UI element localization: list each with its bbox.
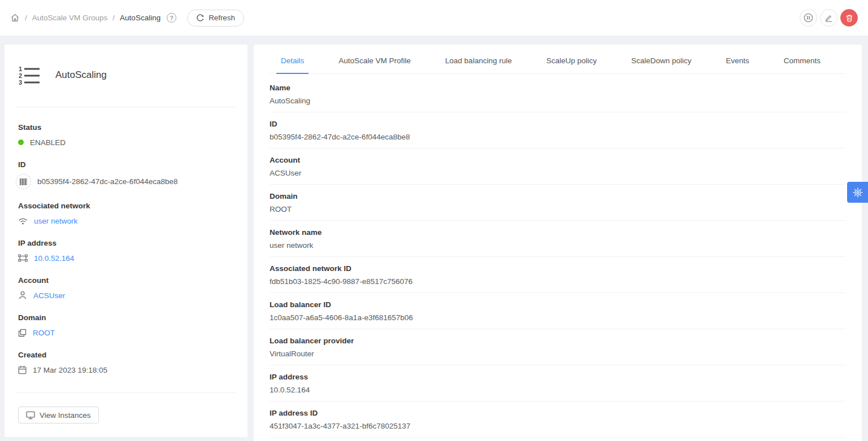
breadcrumb-current: AutoScaling: [120, 14, 160, 22]
calendar-icon: [18, 365, 27, 374]
top-bar: / AutoScale VM Groups / AutoScaling ? Re…: [0, 0, 868, 36]
field-label: IP address: [18, 239, 234, 247]
detail-value: b05395f4-2862-47dc-a2ce-6f044eca8be8: [270, 133, 846, 141]
detail-label: IP address ID: [270, 409, 846, 417]
breadcrumb: / AutoScale VM Groups / AutoScaling ? Re…: [10, 10, 244, 27]
id-value: b05395f4-2862-47dc-a2ce-6f044eca8be8: [37, 177, 177, 186]
gear-icon: [853, 187, 863, 198]
account-link[interactable]: ACSUser: [33, 291, 65, 300]
detail-row-load-balancer-id: Load balancer ID 1c0aa507-a6a5-4606-8a1a…: [270, 293, 846, 329]
detail-label: Name: [270, 84, 846, 92]
detail-row-ip-address-id: IP address ID 451f3047-1a3c-4377-a321-bf…: [270, 401, 846, 438]
tab-events[interactable]: Events: [725, 45, 750, 73]
resource-fields: Status ENABLED ID: [16, 107, 236, 375]
detail-value: 451f3047-1a3c-4377-a321-bf6c78025137: [270, 422, 846, 430]
field-label: Domain: [18, 313, 234, 322]
field-id: ID b05395f4-2862-47dc-a2ce-6f044eca8be8: [18, 160, 234, 189]
field-label: Created: [18, 351, 234, 359]
edit-pencil-icon: [824, 13, 834, 23]
breadcrumb-separator: /: [25, 14, 27, 22]
refresh-icon: [196, 14, 205, 22]
detail-row-associated-network-id: Associated network ID fdb51b03-1825-4c90…: [270, 257, 846, 293]
associated-network-link[interactable]: user network: [34, 217, 77, 225]
tab-comments[interactable]: Comments: [783, 45, 822, 73]
domain-link[interactable]: ROOT: [33, 329, 55, 337]
details-card: Details AutoScale VM Profile Load balanc…: [254, 45, 862, 441]
pause-circle-icon: [804, 13, 813, 23]
detail-value: 10.0.52.164: [270, 386, 846, 394]
resource-info-card: 1 2 3 AutoScaling Status ENABLED: [5, 45, 248, 437]
field-associated-network: Associated network user network: [18, 202, 234, 226]
detail-label: ID: [270, 120, 846, 128]
pause-button[interactable]: [800, 9, 817, 27]
field-label: ID: [18, 160, 234, 169]
delete-button[interactable]: [840, 9, 858, 27]
ip-address-link[interactable]: 10.0.52.164: [34, 254, 74, 263]
tab-bar: Details AutoScale VM Profile Load balanc…: [270, 45, 846, 74]
tab-scaleup-policy[interactable]: ScaleUp policy: [545, 45, 598, 73]
content-area: 1 2 3 AutoScaling Status ENABLED: [0, 36, 868, 441]
divider: [16, 392, 236, 393]
detail-label: IP address: [270, 373, 846, 381]
breadcrumb-parent-link[interactable]: AutoScale VM Groups: [32, 14, 108, 22]
svg-text:3: 3: [19, 79, 22, 85]
field-created: Created 17 Mar 2023 19:18:05: [18, 351, 234, 375]
detail-row-domain: Domain ROOT: [270, 185, 846, 221]
edit-button[interactable]: [820, 9, 837, 27]
wifi-icon: [18, 217, 28, 225]
domain-icon: [18, 329, 27, 337]
detail-row-account: Account ACSUser: [270, 149, 846, 185]
view-instances-button[interactable]: View Instances: [18, 407, 99, 423]
barcode-icon: [16, 174, 31, 189]
field-label: Status: [18, 123, 234, 132]
tab-load-balancing-rule[interactable]: Load balancing rule: [444, 45, 513, 73]
trash-icon: [845, 14, 854, 23]
detail-value: fdb51b03-1825-4c90-9887-e8517c756076: [270, 277, 846, 286]
detail-label: Load balancer provider: [270, 337, 846, 345]
ordered-list-icon: 1 2 3: [18, 65, 41, 85]
refresh-label: Refresh: [209, 14, 235, 22]
detail-row-name: Name AutoScaling: [270, 74, 846, 112]
resource-title: AutoScaling: [55, 69, 107, 81]
detail-label: Account: [270, 156, 846, 164]
status-value: ENABLED: [30, 138, 66, 147]
help-icon[interactable]: ?: [167, 13, 176, 23]
detail-label: Load balancer ID: [270, 300, 846, 309]
field-domain: Domain ROOT: [18, 313, 234, 338]
detail-label: Associated network ID: [270, 264, 846, 273]
detail-value: ACSUser: [270, 169, 846, 177]
view-instances-label: View Instances: [40, 411, 91, 420]
refresh-button[interactable]: Refresh: [187, 10, 244, 27]
monitor-icon: [26, 411, 35, 420]
field-label: Account: [18, 276, 234, 285]
created-value: 17 Mar 2023 19:18:05: [33, 366, 107, 374]
details-list: Name AutoScaling ID b05395f4-2862-47dc-a…: [270, 74, 846, 441]
gateway-icon: [18, 254, 28, 262]
tab-details[interactable]: Details: [280, 45, 305, 73]
svg-text:1: 1: [19, 66, 22, 72]
detail-row-id: ID b05395f4-2862-47dc-a2ce-6f044eca8be8: [270, 112, 846, 149]
detail-row-load-balancer-provider: Load balancer provider VirtualRouter: [270, 329, 846, 365]
detail-row-network-name: Network name user network: [270, 221, 846, 257]
detail-value: user network: [270, 241, 846, 250]
settings-fab-button[interactable]: [847, 182, 868, 203]
detail-label: Network name: [270, 228, 846, 237]
field-ip-address: IP address 10.0.52.164: [18, 239, 234, 264]
detail-label: Domain: [270, 192, 846, 200]
tab-autoscale-vm-profile[interactable]: AutoScale VM Profile: [337, 45, 412, 73]
tab-scaledown-policy[interactable]: ScaleDown policy: [630, 45, 693, 73]
detail-row-ip-address: IP address 10.0.52.164: [270, 365, 846, 401]
detail-value: VirtualRouter: [270, 350, 846, 358]
detail-value: AutoScaling: [270, 97, 846, 105]
field-status: Status ENABLED: [18, 123, 234, 148]
home-icon[interactable]: [10, 13, 20, 23]
header-actions: [800, 9, 858, 27]
breadcrumb-separator: /: [112, 14, 115, 22]
detail-value: 1c0aa507-a6a5-4606-8a1a-e3f681657b06: [270, 313, 846, 322]
detail-value: ROOT: [270, 205, 846, 213]
status-dot-icon: [18, 139, 24, 145]
field-account: Account ACSUser: [18, 276, 234, 301]
resource-header: 1 2 3 AutoScaling: [16, 58, 236, 107]
detail-row-public-port: Public port 80: [270, 438, 846, 441]
user-icon: [18, 291, 27, 300]
